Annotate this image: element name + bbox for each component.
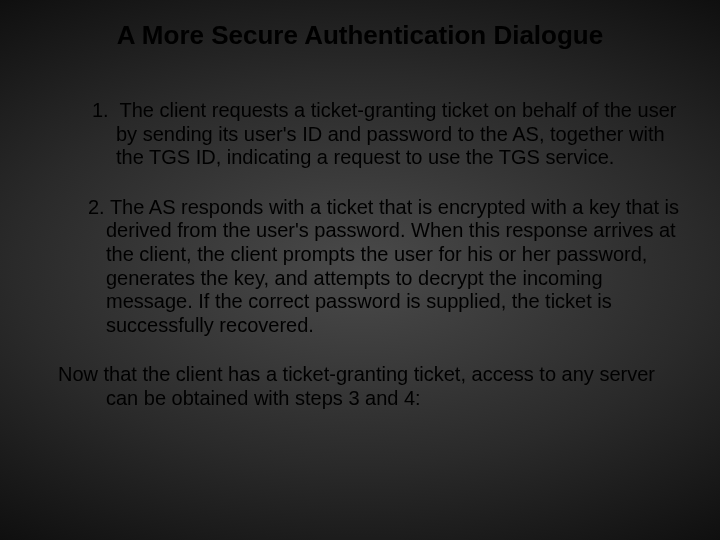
slide-title: A More Secure Authentication Dialogue	[0, 0, 720, 51]
item-number: 1.	[92, 99, 109, 121]
list-item: 1. The client requests a ticket-granting…	[40, 99, 680, 170]
slide-body: 1. The client requests a ticket-granting…	[0, 51, 720, 411]
slide: A More Secure Authentication Dialogue 1.…	[0, 0, 720, 540]
closing-text: Now that the client has a ticket-grantin…	[40, 363, 680, 410]
item-text: The client requests a ticket-granting ti…	[116, 99, 676, 168]
item-number: 2.	[88, 196, 105, 218]
list-item: 2. The AS responds with a ticket that is…	[40, 196, 680, 338]
item-text: The AS responds with a ticket that is en…	[106, 196, 679, 336]
